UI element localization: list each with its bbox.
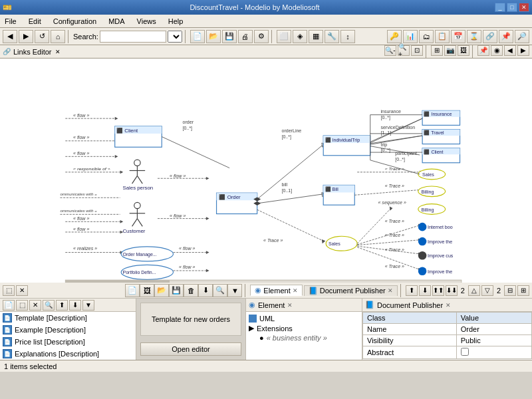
search-input[interactable]: [100, 31, 166, 43]
template-label-2: Example [Description]: [15, 326, 86, 334]
menu-configuration[interactable]: Configuration: [51, 17, 98, 26]
tool-5[interactable]: ↕: [340, 30, 355, 43]
bottom-tool-1[interactable]: ⬚: [3, 285, 15, 296]
bottom-tool-2[interactable]: ✕: [16, 285, 28, 296]
zoom-out-button[interactable]: 🔍-: [384, 45, 396, 56]
doc-pub-header-close[interactable]: ✕: [446, 302, 451, 309]
view-btn-2[interactable]: 📷: [444, 45, 456, 56]
panel-icon-7[interactable]: ▼: [227, 284, 242, 297]
tmpl-tool-7[interactable]: ▼: [82, 300, 94, 311]
tool-2[interactable]: ◈: [293, 30, 307, 43]
forward-button[interactable]: ▶: [19, 30, 33, 43]
svg-text:⬛ IndividualTrip: ⬛ IndividualTrip: [325, 137, 360, 143]
svg-text:« Trace »: « Trace »: [385, 184, 404, 188]
tmpl-tool-2[interactable]: ⬚: [16, 300, 28, 311]
refresh-button[interactable]: ↺: [35, 30, 49, 43]
templates-panel: 📄 ⬚ ✕ 🔍 ⬆ ⬇ ▼ 📄 Template [Description] 📄…: [0, 299, 136, 360]
extensions-expand[interactable]: ▶: [249, 324, 254, 332]
right-nav-3[interactable]: ⬆⬆: [432, 285, 444, 296]
home-button[interactable]: ⌂: [51, 30, 65, 43]
settings-button[interactable]: ⚙: [254, 30, 269, 43]
new-button[interactable]: 📄: [190, 30, 205, 43]
menu-file[interactable]: File: [3, 17, 19, 26]
svg-text:« flow »: « flow »: [73, 216, 89, 221]
element-tab-close[interactable]: ✕: [293, 287, 298, 294]
close-button[interactable]: ✕: [519, 3, 529, 12]
doc-publisher-tab-btn[interactable]: 📘 Document Publisher ✕: [304, 285, 398, 296]
links-editor-label: Links Editor: [13, 48, 51, 56]
rtool-5[interactable]: 📅: [451, 30, 466, 43]
rtool-6[interactable]: ⌛: [467, 30, 481, 43]
tool-3[interactable]: ▦: [309, 30, 323, 43]
rtool-8[interactable]: 📌: [499, 30, 513, 43]
toolbar: ◀ ▶ ↺ ⌂ Search: 📄 📂 💾 🖨 ⚙ ⬜ ◈ ▦ 🔧 ↕ 🔑 📊 …: [0, 28, 532, 45]
links-editor-close[interactable]: ✕: [55, 49, 61, 55]
element-package-row: UML: [249, 315, 359, 323]
rtool-9[interactable]: 🔎: [515, 30, 529, 43]
rtool-3[interactable]: 🗂: [419, 30, 434, 43]
zoom-reset-button[interactable]: ⊡: [411, 45, 423, 56]
right-nav-2[interactable]: ⬇: [419, 285, 431, 296]
back-button[interactable]: ◀: [3, 30, 17, 43]
collapse-btn[interactable]: ⊟: [504, 285, 516, 296]
panel-icon-5[interactable]: ⬇: [198, 284, 213, 297]
separator-1: [68, 30, 70, 43]
rtool-7[interactable]: 🔗: [483, 30, 497, 43]
scroll-left[interactable]: ◀: [504, 45, 516, 56]
menu-views[interactable]: Views: [135, 17, 158, 26]
element-panel: ◉ Element ✕ UML ▶ Extensions ● « busines…: [246, 299, 362, 360]
template-item-3[interactable]: 📄 Price list [Description]: [0, 336, 136, 348]
save-button[interactable]: 💾: [222, 30, 237, 43]
menu-help[interactable]: Help: [166, 17, 186, 26]
nav-btn[interactable]: ◉: [491, 45, 503, 56]
right-nav-1[interactable]: ⬆: [406, 285, 418, 296]
tmpl-tool-4[interactable]: 🔍: [43, 300, 55, 311]
view-btn-3[interactable]: 🖼: [458, 45, 469, 56]
svg-text:Internet boo: Internet boo: [428, 225, 453, 229]
print-button[interactable]: 🖨: [238, 30, 253, 43]
abstract-checkbox[interactable]: [461, 348, 469, 356]
open-editor-button[interactable]: Open editor: [140, 342, 241, 356]
template-item-4[interactable]: 📄 Explanations [Description]: [0, 348, 136, 360]
maximize-button[interactable]: □: [507, 3, 517, 12]
zoom-in-button[interactable]: 🔍+: [398, 45, 410, 56]
rtool-1[interactable]: 🔑: [387, 30, 402, 43]
element-header-close[interactable]: ✕: [287, 302, 293, 309]
panel-icon-3[interactable]: 📂: [154, 284, 169, 297]
panel-icon-2[interactable]: 🖼: [140, 284, 154, 297]
tmpl-tool-6[interactable]: ⬇: [69, 300, 81, 311]
tmpl-tool-5[interactable]: ⬆: [56, 300, 68, 311]
menu-mda[interactable]: MDA: [106, 17, 126, 26]
panel-icon-1[interactable]: 📄: [125, 284, 140, 297]
titlebar: 🎫 DiscountTravel - Modelio by Modeliosof…: [0, 0, 532, 15]
tool-4[interactable]: 🔧: [325, 30, 339, 43]
rtool-2[interactable]: 📊: [403, 30, 418, 43]
menu-edit[interactable]: Edit: [27, 17, 43, 26]
right-nav-5[interactable]: △: [468, 285, 480, 296]
doc-pub-label: Document Publisher: [320, 287, 386, 295]
separator-2: [185, 30, 188, 43]
view-btn-1[interactable]: ⊞: [431, 45, 443, 56]
tmpl-tool-1[interactable]: 📄: [3, 300, 15, 311]
doc-pub-close[interactable]: ✕: [388, 287, 393, 294]
tmpl-tool-3[interactable]: ✕: [29, 300, 41, 311]
panel-icon-6[interactable]: 🔍: [213, 284, 227, 297]
template-item-2[interactable]: 📄 Example [Description]: [0, 324, 136, 336]
rtool-4[interactable]: 📋: [435, 30, 450, 43]
search-dropdown[interactable]: [168, 31, 182, 43]
right-nav-4[interactable]: ⬇⬇: [446, 285, 458, 296]
pin-btn[interactable]: 📌: [477, 45, 489, 56]
svg-text:« flow »: « flow »: [179, 265, 195, 269]
element-tab-btn[interactable]: ◉ Element ✕: [250, 285, 302, 296]
expand-btn[interactable]: ⊞: [517, 285, 529, 296]
scroll-right[interactable]: ▶: [517, 45, 529, 56]
panel-icon-4[interactable]: 💾: [169, 284, 184, 297]
tool-1[interactable]: ⬜: [277, 30, 291, 43]
template-item-1[interactable]: 📄 Template [Description]: [0, 312, 136, 324]
minimize-button[interactable]: _: [495, 3, 505, 12]
diagram-canvas[interactable]: « flow » « flow » « flow » ⬛ Client orde…: [0, 59, 532, 283]
panel-icon-delete[interactable]: 🗑: [184, 284, 198, 297]
svg-text:« responsible of »: « responsible of »: [73, 167, 110, 172]
right-nav-6[interactable]: ▽: [481, 285, 493, 296]
open-button[interactable]: 📂: [206, 30, 221, 43]
